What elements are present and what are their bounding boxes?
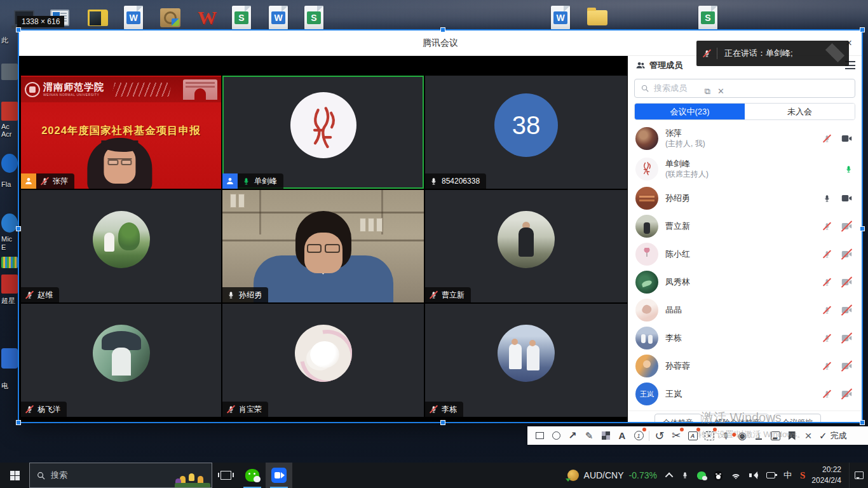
task-view-button[interactable]	[212, 463, 239, 488]
member-row[interactable]: 孙蓉蓉	[628, 352, 862, 380]
camera-on-icon[interactable]	[841, 134, 853, 143]
pc-guard-icon[interactable]	[1, 348, 18, 369]
text-tool-icon[interactable]: A	[614, 428, 630, 444]
label-chaoxing: 超星	[1, 296, 15, 306]
camera-off-icon[interactable]	[841, 334, 853, 342]
sheet-icon: S	[232, 6, 251, 30]
desktop-icon-archive[interactable]	[158, 4, 183, 32]
mic-muted-icon[interactable]	[823, 134, 831, 144]
search-highlight-tulips-graphic	[175, 463, 210, 487]
member-row[interactable]: 凤秀林	[628, 268, 862, 296]
mic-muted-icon[interactable]	[823, 278, 831, 287]
desktop-icon-folder-image[interactable]	[85, 4, 111, 32]
video-tile-sunshaoyong[interactable]: 孙绍勇	[222, 190, 424, 302]
camera-off-icon[interactable]	[841, 390, 853, 398]
volume-icon[interactable]	[749, 471, 758, 479]
flash-icon[interactable]	[1, 154, 18, 173]
mic-muted-icon[interactable]	[823, 250, 831, 259]
arrow-tool-icon[interactable]: ↗	[564, 428, 581, 444]
mosaic-tool-icon[interactable]	[597, 428, 614, 444]
video-tile-caolixin[interactable]: 曹立新	[425, 190, 627, 302]
acrobat-icon[interactable]	[1, 102, 18, 121]
desktop-icon-sheet-2[interactable]: S	[301, 4, 327, 32]
desktop-icon-sheet-1[interactable]: S	[229, 4, 254, 32]
mic-muted-icon[interactable]	[823, 334, 831, 343]
translate-icon[interactable]: A	[684, 428, 701, 444]
tab-not-joined[interactable]: 未入会	[745, 104, 855, 119]
mute-all-button[interactable]: 全体静音	[654, 414, 702, 422]
mic-on-icon[interactable]	[823, 194, 831, 203]
camera-on-icon[interactable]	[841, 194, 853, 203]
taskbar-clock[interactable]: 20:22 2024/2/4	[811, 464, 841, 486]
sogou-icon[interactable]: S	[800, 470, 805, 481]
desktop-icon-word-3[interactable]: W	[548, 4, 573, 32]
camera-off-icon[interactable]	[841, 306, 853, 315]
step-number-tool-icon[interactable]: 1	[630, 428, 647, 444]
video-tile-lidong[interactable]: 李栋	[425, 304, 627, 417]
mic-muted-icon[interactable]	[823, 390, 831, 399]
meeting-control-button[interactable]: 会议管控	[774, 414, 821, 422]
done-button[interactable]: ✓ 完成	[819, 430, 847, 442]
network-icon[interactable]	[731, 471, 741, 479]
camera-off-icon[interactable]	[841, 222, 853, 231]
record-icon[interactable]: ◉	[734, 428, 750, 444]
member-search-input[interactable]: 搜索成员	[634, 79, 855, 98]
camera-off-icon[interactable]	[841, 362, 853, 370]
taskbar-meeting-button[interactable]	[266, 463, 292, 488]
member-row[interactable]: 曹立新	[628, 212, 862, 240]
mic-muted-icon[interactable]	[823, 222, 831, 231]
desktop-icon-word-doc[interactable]: W	[121, 4, 146, 32]
pen-tool-icon[interactable]: ✎	[581, 428, 597, 444]
camera-off-icon[interactable]	[841, 278, 853, 287]
tray-wechat-icon[interactable]	[697, 471, 706, 480]
undo-icon[interactable]: ↺	[651, 428, 668, 444]
action-center-button[interactable]	[849, 463, 868, 488]
video-tile-zhangping[interactable]: 渭南师范学院 WEINAN NORMAL UNIVERSITY 2024年度国家…	[21, 76, 221, 189]
word-doc-icon: W	[551, 6, 570, 30]
power-plug-icon[interactable]	[766, 472, 775, 478]
member-row[interactable]: 单剑峰 (联席主持人)	[628, 154, 862, 184]
member-row[interactable]: 陈小红	[628, 240, 862, 268]
mic-muted-icon[interactable]	[823, 362, 831, 371]
start-button[interactable]	[0, 463, 29, 488]
hidden-icons-chevron[interactable]	[667, 473, 673, 478]
recycle-bin-icon[interactable]	[1, 64, 18, 80]
panel-popout-icon[interactable]: ⧉	[705, 86, 710, 97]
video-tile-yangfeiyang[interactable]: 杨飞洋	[21, 304, 221, 417]
forex-ticker[interactable]: AUD/CNY -0.73%	[567, 470, 657, 481]
member-row[interactable]: 李栋	[628, 324, 862, 352]
taskbar-search-input[interactable]: 搜索	[29, 463, 212, 488]
member-row[interactable]: 晶晶	[628, 296, 862, 324]
video-tile-xiaobaorong[interactable]: 肖宝荣	[222, 304, 424, 417]
unmute-all-button[interactable]: 解除全体静音	[707, 414, 769, 422]
member-row[interactable]: 孙绍勇	[628, 184, 862, 212]
desktop-icon-wps[interactable]: W	[194, 4, 220, 32]
ime-indicator[interactable]: 中	[783, 470, 792, 481]
mic-active-icon[interactable]	[844, 165, 853, 174]
ellipse-tool-icon[interactable]	[548, 428, 564, 444]
avatar	[635, 271, 658, 294]
video-tile-zhaowei[interactable]: 赵维	[21, 190, 221, 302]
scissors-icon[interactable]: ✂	[668, 428, 684, 444]
pin-to-screen-icon[interactable]: ▂	[767, 428, 783, 444]
desktop-icon-word-2[interactable]: W	[266, 4, 291, 32]
mic-muted-icon[interactable]	[823, 306, 831, 315]
member-row[interactable]: 张萍 (主持人, 我)	[628, 123, 862, 154]
save-icon[interactable]: ↓	[750, 428, 767, 444]
cancel-icon[interactable]: ×	[800, 428, 817, 444]
tab-in-meeting[interactable]: 会议中(23)	[635, 104, 745, 119]
taskbar-wechat-button[interactable]	[239, 463, 266, 488]
desktop-icon-sheet-3[interactable]: S	[695, 4, 721, 32]
member-row[interactable]: 王岚 王岚	[628, 380, 862, 408]
panel-close-icon[interactable]: ✕	[717, 86, 724, 96]
camera-off-icon[interactable]	[841, 250, 853, 259]
tray-mic-icon[interactable]	[681, 471, 689, 480]
desktop-icon-folder[interactable]	[585, 4, 610, 32]
rectangle-tool-icon[interactable]	[531, 428, 548, 444]
tray-qq-icon[interactable]	[714, 471, 722, 480]
video-tile-shanjianfeng[interactable]: 单剑峰	[222, 76, 424, 189]
chaoxing-icon[interactable]	[1, 274, 18, 294]
video-tile-854206338[interactable]: 38 854206338	[425, 76, 627, 189]
edge-icon[interactable]	[1, 214, 18, 233]
bookmark-icon[interactable]	[783, 428, 800, 444]
